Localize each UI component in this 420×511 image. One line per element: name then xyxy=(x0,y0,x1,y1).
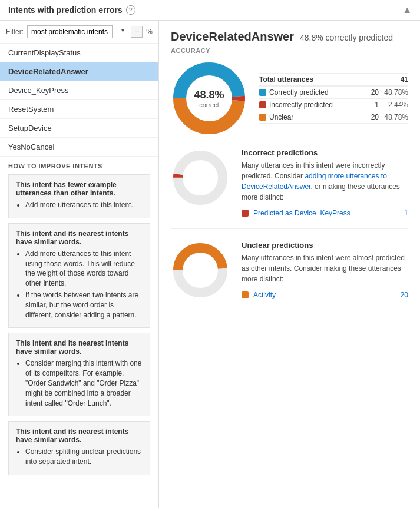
stat-total-row: Total utterances 41 xyxy=(259,73,408,86)
unclear-pred-desc: Many utterances in this intent were almo… xyxy=(242,253,408,284)
stat-pct: 2.44% xyxy=(379,101,408,109)
help-icon[interactable]: ? xyxy=(126,5,135,15)
tip-bullet: Add more utterances to this intent using… xyxy=(25,249,143,288)
stat-color-dot xyxy=(259,101,266,108)
intent-item-yesnocancel[interactable]: YesNoCancel xyxy=(0,138,158,157)
accuracy-stats: Total utterances 41 Correctly predicted … xyxy=(259,73,408,124)
filter-label: Filter: xyxy=(6,28,24,36)
incorrect-pred-title: Incorrect predictions xyxy=(242,148,408,157)
unclear-predictions-block: Unclear predictions Many utterances in t… xyxy=(171,241,408,310)
stat-count: 20 xyxy=(361,88,379,97)
stat-rows-container: Correctly predicted 20 48.78% Incorrectl… xyxy=(259,86,408,124)
stat-label-text: Incorrectly predicted xyxy=(269,101,333,109)
tip-card: This intent and its nearest intents have… xyxy=(8,333,150,416)
unclear-pred-content: Unclear predictions Many utterances in t… xyxy=(242,241,408,301)
stat-count: 1 xyxy=(361,101,379,109)
stat-label: Unclear xyxy=(259,113,361,121)
filter-percent-label: % xyxy=(146,28,153,36)
intent-item-currentdisplaystatus[interactable]: CurrentDisplayStatus xyxy=(0,44,158,62)
how-to-title: HOW TO IMPROVE INTENTS xyxy=(8,162,150,170)
pred-item-count: 20 xyxy=(401,291,408,299)
stat-total-count: 41 xyxy=(401,75,408,84)
stat-pct: 48.78% xyxy=(379,113,408,121)
incorrect-pred-desc: Many utterances in this intent were inco… xyxy=(242,160,408,203)
tip-card: This intent and its nearest intents have… xyxy=(8,421,150,475)
collapse-icon[interactable]: ▲ xyxy=(402,5,412,15)
intent-item-setupdevice[interactable]: SetupDevice xyxy=(0,119,158,138)
stat-label-text: Correctly predicted xyxy=(269,88,329,97)
tips-container: This intent has fewer example utterances… xyxy=(8,174,150,475)
tip-bullet: Consider splitting unclear predictions i… xyxy=(25,447,143,467)
stat-color-dot xyxy=(259,114,266,121)
accuracy-section: 48.8% correct Total utterances 41 Correc… xyxy=(171,60,408,137)
how-to-section: HOW TO IMPROVE INTENTS This intent has f… xyxy=(0,157,158,483)
incorrect-donut xyxy=(171,148,230,207)
svg-point-7 xyxy=(184,161,217,194)
intent-header: DeviceRelatedAnswer 48.8% correctly pred… xyxy=(171,30,408,44)
pred-item-count: 1 xyxy=(404,209,408,217)
right-panel: DeviceRelatedAnswer 48.8% correctly pred… xyxy=(159,21,420,508)
tip-bullet: Add more utterances to this intent. xyxy=(25,200,143,210)
tip-card: This intent has fewer example utterances… xyxy=(8,174,150,218)
intent-accuracy-label: 48.8% correctly predicted xyxy=(300,33,393,42)
left-panel: Filter: most problematic intents − % Cur… xyxy=(0,21,159,508)
panel-title: Intents with prediction errors xyxy=(8,5,123,15)
main-donut: 48.8% correct xyxy=(171,60,247,137)
stat-count: 20 xyxy=(361,113,379,121)
incorrect-pred-content: Incorrect predictions Many utterances in… xyxy=(242,148,408,219)
stat-pct: 48.78% xyxy=(379,88,408,97)
accuracy-section-label: ACCURACY xyxy=(171,47,408,54)
intent-item-device_keypress[interactable]: Device_KeyPress xyxy=(0,81,158,100)
selected-intent-name: DeviceRelatedAnswer xyxy=(171,30,294,44)
stat-row: Unclear 20 48.78% xyxy=(259,111,408,124)
unclear-pred-title: Unclear predictions xyxy=(242,241,408,250)
stat-label-text: Unclear xyxy=(269,113,293,121)
tip-bold: This intent and its nearest intents have… xyxy=(16,339,143,356)
donut-pct: 48.8% xyxy=(194,89,224,101)
panel-header: Intents with prediction errors ? ▲ xyxy=(0,0,420,21)
incorrect-pred-item: Predicted as Device_KeyPress 1 xyxy=(242,207,408,219)
stat-row: Incorrectly predicted 1 2.44% xyxy=(259,99,408,111)
incorrect-items-container: Predicted as Device_KeyPress 1 xyxy=(242,207,408,219)
unclear-pred-layout: Unclear predictions Many utterances in t… xyxy=(171,241,408,301)
unclear-donut-svg xyxy=(171,241,230,300)
incorrect-predictions-block: Incorrect predictions Many utterances in… xyxy=(171,148,408,229)
incorrect-donut-svg xyxy=(171,148,230,207)
pred-item-label[interactable]: Activity xyxy=(253,291,396,299)
filter-row: Filter: most problematic intents − % xyxy=(0,21,158,44)
svg-point-10 xyxy=(184,254,217,287)
main-layout: Filter: most problematic intents − % Cur… xyxy=(0,21,420,508)
donut-sub: correct xyxy=(194,101,224,108)
filter-select[interactable]: most problematic intents xyxy=(27,25,113,38)
stat-label: Incorrectly predicted xyxy=(259,101,361,109)
filter-minus-button[interactable]: − xyxy=(131,26,143,38)
tip-bold: This intent and its nearest intents have… xyxy=(16,230,143,246)
filter-select-wrap: most problematic intents xyxy=(27,25,127,38)
intent-item-devicerelatedanswer[interactable]: DeviceRelatedAnswer xyxy=(0,62,158,81)
tip-bullet: Consider merging this intent with one of… xyxy=(25,359,143,408)
stat-row: Correctly predicted 20 48.78% xyxy=(259,86,408,99)
unclear-pred-item: Activity 20 xyxy=(242,289,408,301)
pred-color-box xyxy=(242,210,249,217)
incorrect-pred-layout: Incorrect predictions Many utterances in… xyxy=(171,148,408,219)
unclear-donut xyxy=(171,241,230,300)
unclear-items-container: Activity 20 xyxy=(242,289,408,301)
stat-total-label: Total utterances xyxy=(259,75,401,84)
tip-card: This intent and its nearest intents have… xyxy=(8,223,150,328)
tip-bold: This intent has fewer example utterances… xyxy=(16,181,143,197)
intent-item-resetsystem[interactable]: ResetSystem xyxy=(0,100,158,119)
stat-label: Correctly predicted xyxy=(259,88,361,97)
tip-bold: This intent and its nearest intents have… xyxy=(16,427,143,444)
intent-list: CurrentDisplayStatusDeviceRelatedAnswerD… xyxy=(0,44,158,157)
pred-item-label[interactable]: Predicted as Device_KeyPress xyxy=(253,209,399,217)
tip-bullet: If the words between two intents are sim… xyxy=(25,290,143,320)
pred-color-box xyxy=(242,291,249,298)
incorrect-pred-link[interactable]: adding more utterances to DeviceRelatedA… xyxy=(242,172,387,191)
donut-center: 48.8% correct xyxy=(194,89,224,108)
stat-color-dot xyxy=(259,89,266,96)
